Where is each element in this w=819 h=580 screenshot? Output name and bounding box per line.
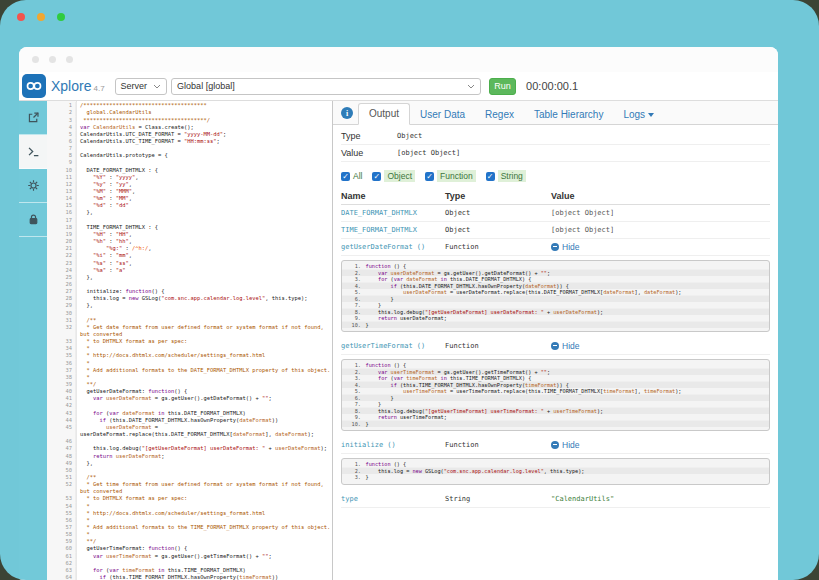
minimize-window-button[interactable] [37, 13, 45, 21]
editor-line: 41 var userDateFormat = gs.getUser().get… [47, 395, 332, 402]
editor-line: 11 "%Y" : "yyyy", [47, 173, 332, 180]
editor-line-number: 29 [47, 302, 77, 309]
hide-link[interactable]: Hide [551, 440, 579, 450]
terminal-icon [27, 145, 40, 158]
result-name-link[interactable]: initialize () [341, 441, 396, 449]
scope-select[interactable]: Global [global] [171, 78, 481, 95]
result-name-link[interactable]: getUserDateFormat () [341, 243, 425, 251]
type-value: Object [397, 132, 422, 140]
server-select[interactable]: Server [115, 78, 168, 95]
editor-line-number: 62 [47, 560, 77, 567]
editor-line-code: * [77, 374, 333, 381]
editor-line: 18 TIME_FORMAT_DHTMLX : { [47, 224, 332, 231]
editor-line-code: for (var dateFormat in this.DATE_FORMAT_… [77, 409, 333, 416]
editor-line-number: 25 [47, 274, 77, 281]
editor-line: 14 "%m" : "MM", [47, 195, 332, 202]
editor-line-code: var CalendarUtils = Class.create(); [77, 123, 333, 130]
tab-user-data[interactable]: User Data [410, 105, 475, 125]
hide-link[interactable]: Hide [551, 341, 579, 351]
editor-line-code [77, 216, 333, 223]
editor-line-number: 30 [47, 309, 77, 316]
summary-type-row: Type Object [341, 128, 770, 145]
close-window-button[interactable] [17, 13, 25, 21]
tab-table-hierarchy[interactable]: Table Hierarchy [524, 105, 613, 125]
editor-line: 55 * http://docs.dhtmlx.com/scheduler/se… [47, 509, 332, 516]
editor-line-number: 37 [47, 366, 77, 373]
code-line-text: userDateFormat = userDateFormat.replace(… [366, 289, 682, 296]
filter-checkbox-function[interactable]: ✓ [425, 172, 434, 181]
summary-value-row: Value [object Object] [341, 145, 770, 162]
tab-output[interactable]: Output [358, 103, 410, 125]
zoom-window-button[interactable] [57, 13, 65, 21]
tab-regex[interactable]: Regex [475, 105, 524, 125]
sidebar-button-security[interactable] [19, 203, 47, 237]
filter-checkbox-string[interactable]: ✓ [486, 172, 495, 181]
tabs-container: OutputUser DataRegexTable HierarchyLogs [358, 103, 664, 124]
cell-name: getUserTimeFormat () [341, 342, 445, 350]
editor-line: 2 global.CalendarUtils [47, 109, 332, 116]
code-editor[interactable]: 1/**************************************… [47, 101, 333, 580]
sidebar-button-console[interactable] [19, 135, 47, 169]
editor-line-number: 11 [47, 173, 77, 180]
tab-logs[interactable]: Logs [613, 105, 664, 125]
editor-line-code: "%s" : "ss", [77, 259, 333, 266]
editor-line: 20 "%h" : "hh", [47, 238, 332, 245]
table-row: TIME_FORMAT_DHTMLXObject[object Object] [341, 222, 770, 239]
cell-name: initialize () [341, 441, 445, 449]
code-line-number: 10. [342, 322, 366, 329]
result-name-link[interactable]: TIME_FORMAT_DHTMLX [341, 226, 417, 234]
function-code-preview: 1.function () {2. var userDateFormat = g… [341, 260, 770, 332]
editor-line-number: 51 [47, 474, 77, 481]
hide-link[interactable]: Hide [551, 242, 579, 252]
filter-checkbox-object[interactable]: ✓ [372, 172, 381, 181]
editor-line-number: 54 [47, 502, 77, 509]
editor-line-code: if (this.TIME_FORMAT_DHTMLX.hasOwnProper… [77, 574, 333, 580]
info-icon[interactable]: i [341, 107, 353, 119]
editor-line-number: 47 [47, 445, 77, 452]
editor-line: 34 * [47, 345, 332, 352]
editor-line-number: 36 [47, 359, 77, 366]
editor-line-code: CalendarUtils.prototype = { [77, 152, 333, 159]
editor-line-number: 5 [47, 131, 77, 138]
editor-line-number: 20 [47, 238, 77, 245]
editor-line-number: 56 [47, 517, 77, 524]
editor-line: 30 [47, 309, 332, 316]
sidebar-button-settings[interactable] [19, 169, 47, 203]
editor-line: 64 if (this.TIME_FORMAT_DHTMLX.hasOwnPro… [47, 574, 332, 580]
code-line-text: this.log = new GSLog("com.snc.app.calend… [366, 468, 585, 475]
app-titlebar [19, 47, 778, 72]
cell-type: Object [445, 226, 551, 234]
editor-line: 56 * [47, 517, 332, 524]
result-name-link[interactable]: type [341, 495, 358, 503]
result-name-link[interactable]: getUserTimeFormat () [341, 342, 425, 350]
editor-line-code: }, [77, 209, 333, 216]
run-button[interactable]: Run [489, 78, 516, 95]
editor-line-code: * to DHTMLX format as per spec: [77, 495, 333, 502]
editor-line-code [77, 438, 333, 445]
sidebar [19, 101, 47, 580]
inner-window-dot [49, 56, 56, 63]
cell-name: TIME_FORMAT_DHTMLX [341, 226, 445, 234]
editor-line-code: * [77, 517, 333, 524]
editor-line: 52 * Get time format from user defined f… [47, 481, 332, 495]
filter-label: Function [437, 170, 476, 182]
editor-line: 62 [47, 560, 332, 567]
editor-line-code: global.CalendarUtils [77, 109, 333, 116]
editor-line: 12 "%y" : "yy", [47, 181, 332, 188]
editor-line-number: 13 [47, 188, 77, 195]
editor-line-number: 53 [47, 495, 77, 502]
function-code-preview: 1.function () {2. this.log = new GSLog("… [341, 458, 770, 485]
editor-line-number: 7 [47, 145, 77, 152]
editor-line: 21 "%g:" : /^h:/, [47, 245, 332, 252]
editor-line-code: for (var timeFormat in this.TIME_FORMAT_… [77, 567, 333, 574]
filter-checkbox-all[interactable]: ✓ [341, 172, 350, 181]
editor-line-number: 58 [47, 531, 77, 538]
result-name-link[interactable]: DATE_FORMAT_DHTMLX [341, 209, 417, 217]
editor-line-number: 48 [47, 452, 77, 459]
code-line: 10.} [342, 421, 769, 428]
editor-line: 31 /** [47, 316, 332, 323]
results-table: DATE_FORMAT_DHTMLXObject[object Object]T… [341, 205, 770, 508]
editor-line-code: * [77, 359, 333, 366]
sidebar-button-open-window[interactable] [19, 101, 47, 135]
editor-line: 23 "%s" : "ss", [47, 259, 332, 266]
